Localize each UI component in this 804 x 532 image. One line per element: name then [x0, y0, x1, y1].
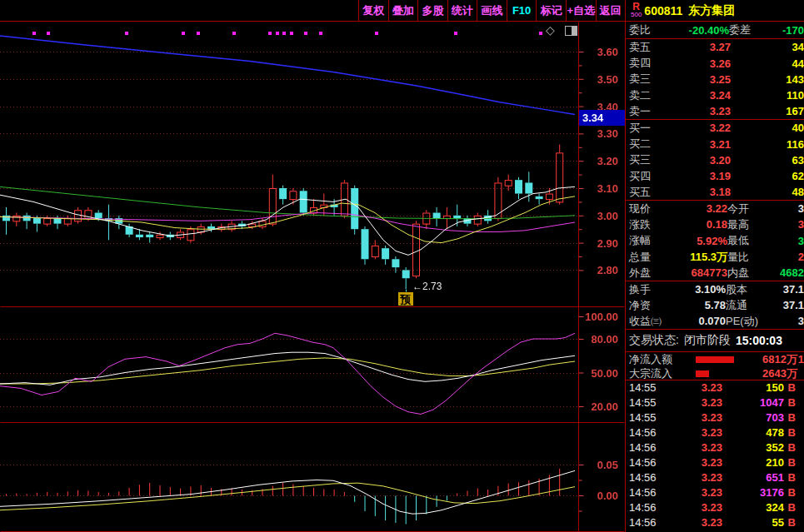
stock-name: 东方集团 — [688, 3, 735, 18]
ask-label: 卖五 — [629, 40, 667, 55]
diamond-icon[interactable]: ◇ — [546, 23, 555, 37]
ask-price[interactable]: 3.24 — [667, 89, 731, 102]
info-value-right: 3 — [772, 218, 804, 231]
stat-label-right: PE(动) — [726, 314, 776, 329]
trade-price: 3.23 — [669, 396, 722, 409]
tick-trade-row[interactable]: 14:553.231047B — [626, 395, 804, 410]
toolbar-button[interactable]: +自选 — [566, 0, 596, 21]
tick-trade-row[interactable]: 14:553.23703B — [626, 410, 804, 425]
toolbar-button[interactable]: 复权 — [358, 0, 388, 21]
trade-volume: 210 — [722, 456, 784, 469]
stock-header: R 500 600811 东方集团 — [625, 0, 804, 21]
info-value-left: 684773 — [667, 266, 727, 279]
trade-status-phase: 闭市阶段 — [684, 333, 731, 348]
trade-time: 14:56 — [629, 501, 669, 514]
info-value-right: 3 — [772, 202, 804, 215]
tick-trade-row[interactable]: 14:563.23478B — [626, 425, 804, 440]
trade-side: B — [784, 411, 804, 424]
stat-value-left: 3.10% — [677, 283, 726, 296]
bid-volume: 116 — [731, 138, 804, 151]
quote-panel: 委比-20.40%委差-170卖五3.2734卖四3.2644卖三3.25143… — [625, 22, 804, 532]
trade-volume: 478 — [722, 426, 784, 439]
ask-price[interactable]: 3.23 — [667, 105, 731, 117]
trade-price: 3.23 — [669, 486, 722, 499]
toolbar-button[interactable]: 画线 — [477, 0, 507, 21]
stat-value-left: 5.78 — [677, 299, 726, 311]
bid-volume: 40 — [731, 122, 804, 134]
toolbar-button[interactable]: F10 — [507, 0, 537, 21]
bid-row[interactable]: 买四3.1962 — [626, 168, 804, 184]
trade-volume: 55 — [722, 516, 784, 529]
ask-price[interactable]: 3.25 — [667, 73, 731, 86]
flow-extra: 1 — [797, 353, 804, 365]
stat-row: 净资5.78流通37.1 — [626, 297, 804, 313]
bid-price[interactable]: 3.18 — [667, 186, 731, 198]
trade-volume: 3176 — [722, 486, 784, 499]
trade-price: 3.23 — [669, 426, 722, 439]
info-value-left: 5.92% — [667, 235, 727, 247]
info-label-left: 涨跌 — [629, 217, 667, 232]
trade-price: 3.23 — [669, 456, 722, 469]
ask-row[interactable]: 卖二3.24110 — [626, 87, 804, 103]
tick-trade-row[interactable]: 14:563.23352B — [626, 440, 804, 455]
bid-label: 买一 — [629, 121, 667, 136]
weibi-row: 委比-20.40%委差-170 — [626, 22, 804, 39]
stock-code: 600811 — [644, 4, 682, 17]
ask-price[interactable]: 3.27 — [667, 41, 731, 53]
toolbar-button[interactable]: 多股 — [417, 0, 447, 21]
info-label-left: 涨幅 — [629, 233, 667, 248]
flow-label: 净流入额 — [629, 352, 696, 367]
bid-label: 买三 — [629, 152, 667, 167]
flow-value: 6812万 — [749, 352, 797, 367]
bid-price[interactable]: 3.22 — [667, 122, 731, 134]
info-label-left: 总量 — [629, 250, 667, 265]
tick-trade-row[interactable]: 14:563.2355B — [626, 515, 804, 530]
trade-status-row: 交易状态:闭市阶段15:00:03 — [626, 330, 804, 352]
kline-chart-canvas[interactable] — [0, 22, 625, 532]
info-row: 外盘684773内盘4682 — [626, 265, 804, 281]
stat-label-right: 流通 — [726, 298, 776, 313]
ask-row[interactable]: 卖三3.25143 — [626, 72, 804, 87]
info-value-left: 115.3万 — [667, 250, 727, 265]
trade-price: 3.23 — [669, 471, 722, 484]
toolbar-button[interactable]: 叠加 — [388, 0, 418, 21]
ask-price[interactable]: 3.26 — [667, 57, 731, 70]
toolbar-button[interactable]: 返回 — [596, 0, 626, 21]
tick-trade-row[interactable]: 14:563.23210B — [626, 455, 804, 470]
trade-volume: 324 — [722, 501, 784, 514]
tick-trade-row[interactable]: 14:553.23150B — [626, 380, 804, 395]
toolbar-button[interactable]: 统计 — [447, 0, 477, 21]
market-flag: R 500 — [631, 3, 642, 18]
margin-flag-r: R — [632, 3, 640, 11]
trade-price: 3.23 — [669, 381, 722, 394]
bid-row[interactable]: 买三3.2063 — [626, 152, 804, 168]
trade-status-time: 15:00:03 — [736, 334, 782, 347]
trade-volume: 150 — [722, 381, 784, 394]
ask-label: 卖二 — [629, 88, 667, 103]
bid-row[interactable]: 买一3.2240 — [626, 120, 804, 136]
trade-volume: 1047 — [722, 396, 784, 409]
split-window-icon[interactable] — [565, 26, 577, 36]
tick-trade-row[interactable]: 14:563.23651B — [626, 470, 804, 485]
trade-price: 3.23 — [669, 501, 722, 514]
trade-volume: 651 — [722, 471, 784, 484]
tick-trade-row[interactable]: 14:563.23324B — [626, 500, 804, 515]
flow-bar-fill — [696, 356, 734, 363]
ask-row[interactable]: 卖一3.23167 — [626, 104, 804, 120]
bid-price[interactable]: 3.19 — [667, 170, 731, 182]
ask-row[interactable]: 卖五3.2734 — [626, 39, 804, 55]
trade-price: 3.23 — [669, 441, 722, 454]
bid-price[interactable]: 3.20 — [667, 154, 731, 167]
trade-side: B — [784, 456, 804, 469]
tick-trade-row[interactable]: 14:563.233176B — [626, 485, 804, 500]
stat-label-left: 收益㈢ — [629, 314, 677, 329]
trade-time: 14:56 — [629, 516, 669, 529]
bid-row[interactable]: 买二3.21116 — [626, 136, 804, 152]
ask-row[interactable]: 卖四3.2644 — [626, 55, 804, 71]
ask-volume: 110 — [731, 89, 804, 102]
toolbar-button[interactable]: 标记 — [536, 0, 566, 21]
bid-row[interactable]: 买五3.1848 — [626, 185, 804, 201]
bid-price[interactable]: 3.21 — [667, 138, 731, 151]
info-label-right: 最高 — [727, 217, 772, 232]
ask-volume: 34 — [731, 41, 804, 53]
